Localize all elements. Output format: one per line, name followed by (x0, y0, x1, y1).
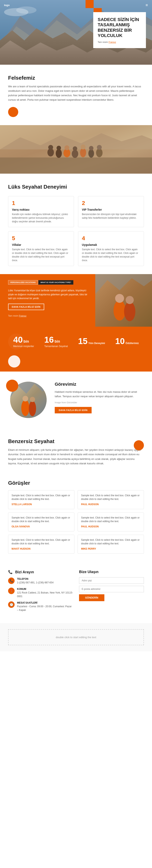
personalized-cta-button[interactable]: DAHA FAZLA BİLGİ EDİN (8, 304, 44, 310)
hamburger-icon[interactable]: ≡ (146, 3, 148, 7)
philosophy-orange-circle (8, 107, 18, 117)
philosophy-section: Felsefemiz We are a team of tourist spec… (0, 65, 152, 125)
luxury-card-text-1: Kendin için neden olduğunu bölmek istiyo… (12, 213, 70, 223)
unique-text: Etiam et minimum aliquam; çok fazla yola… (8, 448, 144, 466)
reviewer-name-4: PAUL HUDSON (81, 525, 141, 528)
hours-row: 🕐 MESAİ SAATLERİ Pazartesi - Cuma: 09:00… (8, 601, 73, 612)
hero-link[interactable]: Fransız (109, 41, 116, 43)
svg-rect-10 (0, 157, 152, 174)
address-icon-circle: 📍 (8, 588, 15, 594)
philosophy-text: We are a team of tourist specialists pas… (8, 84, 144, 102)
svg-point-36 (30, 397, 35, 402)
hero-text-box: SADECE SİZİN İÇİN TASARLANMIŞ BENZERSİZ … (93, 12, 146, 48)
personalized-right-image (95, 274, 152, 328)
reviews-title: Görüşler (8, 480, 144, 486)
personalized-link[interactable]: Fransız (19, 314, 27, 317)
hours-info: MESAİ SAATLERİ Pazartesi - Cuma: 09:00 -… (17, 601, 73, 612)
address-value: 121 Rock Caldesi, 21 Buloan, New York, N… (17, 591, 73, 598)
contact-right-panel: Bize Ulaşın GÖNDERİN (79, 570, 144, 615)
reviewer-name-3: OLGA IVANOVA (11, 525, 71, 528)
unique-section: Benzersiz Seyahat Etiam et minimum aliqu… (0, 428, 152, 476)
contact-email-input[interactable] (79, 586, 144, 592)
contact-right-title: Bize Ulaşın (79, 570, 144, 574)
luxury-card-title-4: Uygulamak (82, 243, 140, 246)
stat-item-3: 15 Yılın Deneyimi (78, 337, 105, 346)
luxury-number-2: 2 (82, 200, 140, 207)
luxury-grid: 1 Varış noktası Kendin için neden olduğu… (8, 196, 144, 266)
stat-number-2: 16 (44, 336, 54, 344)
mission-cta-button[interactable]: DAHA FAZLA BİLGİ EDİN (55, 407, 92, 413)
phone-icon-circle: 📞 (8, 578, 15, 584)
stat-number-3: 15 (78, 337, 87, 345)
luxury-title: Lüks Seyahat Deneyimi (8, 184, 144, 190)
review-card-5: Sample text. Click to select the text bo… (8, 535, 74, 554)
luxury-card-text-5: Sample text. Click to select the text bo… (12, 248, 70, 262)
hero-link-prefix: Tam resim (98, 41, 109, 43)
contact-left-title-text: Bizi Arayın (15, 570, 34, 574)
svg-point-16 (65, 145, 69, 150)
nav-bar: logo ≡ (0, 0, 152, 10)
personalized-tab-1[interactable]: PERSONALIZED VACATIONS (8, 280, 38, 285)
personalized-body-text: Lüks Yunanistan'da köye üzat tarifinde k… (8, 289, 89, 300)
mission-title: Görevimiz (55, 382, 144, 387)
personalized-link-prefix: Tam resim (8, 314, 19, 317)
luxury-card-title-2: VIP Transferler (82, 208, 140, 211)
svg-point-27 (115, 294, 124, 303)
svg-point-29 (126, 296, 134, 304)
stat-unit-4: Ödüllerimiz (125, 342, 138, 345)
review-card-2: Sample text. Click to select the text bo… (78, 490, 144, 509)
contact-name-input[interactable] (79, 577, 144, 584)
stat-label-2: Tamamlanan Seyahat (44, 345, 68, 348)
svg-point-35 (29, 401, 36, 416)
svg-point-34 (23, 396, 28, 401)
stat-unit-3: Yılın Deneyimi (88, 342, 105, 345)
address-row: 📍 KONUM 121 Rock Caldesi, 21 Buloan, New… (8, 588, 73, 598)
luxury-card-2: 2 VIP Transferler Benzersizden bir dönüş… (78, 196, 144, 227)
review-card-3: Sample text. Click to select the text bo… (8, 513, 74, 531)
svg-point-20 (81, 145, 85, 149)
stats-circle-row (0, 355, 152, 372)
phone-label: TELEFON (17, 578, 53, 580)
phone-symbol: 📞 (10, 579, 13, 582)
hero-title: SADECE SİZİN İÇİN TASARLANMIŞ BENZERSİZ … (98, 17, 142, 38)
address-label: KONUM (17, 588, 73, 590)
contact-left-panel: 📞 Bizi Arayın 📞 TELEFON 1-(236)-567-891,… (8, 570, 73, 615)
unique-title: Benzersiz Seyahat (8, 438, 144, 444)
personalized-tabs: PERSONALIZED VACATIONS WHAT IS YOUR VACA… (8, 280, 89, 285)
philosophy-title: Felsefemiz (8, 75, 144, 81)
contact-send-button[interactable]: GÖNDERİN (79, 594, 104, 601)
phone-icon: 📞 (8, 570, 12, 574)
reviewer-name-5: MAKIT HUDSON (11, 548, 71, 550)
review-text-6: Sample text. Click to select the text bo… (81, 538, 141, 546)
stat-item-2: 16 bin Tamamlanan Seyahat (44, 336, 68, 348)
personalized-image-svg (95, 274, 152, 327)
edit-placeholder[interactable]: double click to start editing the text (8, 629, 144, 645)
logo: logo (4, 4, 9, 7)
mission-image-credit: Image from Görüntüler (55, 401, 144, 404)
stat-number-4: 10 (115, 337, 125, 345)
review-text-2: Sample text. Click to select the text bo… (81, 494, 141, 501)
svg-point-26 (113, 300, 126, 320)
review-card-1: Sample text. Click to select the text bo… (8, 490, 74, 509)
personalized-section: PERSONALIZED VACATIONS WHAT IS YOUR VACA… (0, 274, 152, 328)
reviewer-name-6: MIKE PERRY (81, 548, 141, 550)
clock-symbol: 🕐 (10, 603, 13, 606)
phone-row: 📞 TELEFON 1-(236)-567-891, 1-(236)-987-6… (8, 578, 73, 584)
svg-point-21 (88, 149, 94, 158)
stats-bottom-circle (8, 355, 20, 368)
group-photo-svg (0, 125, 152, 174)
svg-point-28 (124, 302, 135, 321)
luxury-card-text-4: Sample text. Click to select the text bo… (82, 248, 140, 262)
stat-unit-1: bin (24, 339, 29, 344)
personalized-tab-2[interactable]: WHAT IS YOUR VACATIONS TYPE? (38, 280, 73, 285)
luxury-card-title-5: Villalar (12, 243, 70, 246)
contact-section: 📞 Bizi Arayın 📞 TELEFON 1-(236)-567-891,… (0, 562, 152, 623)
review-text-3: Sample text. Click to select the text bo… (11, 516, 71, 523)
contact-left-title: 📞 Bizi Arayın (8, 570, 73, 574)
personalized-left-panel: PERSONALIZED VACATIONS WHAT IS YOUR VACA… (0, 274, 95, 328)
editable-text-area[interactable]: double click to start editing the text (0, 623, 152, 651)
hero-link-row: Tam resim Fransız (98, 41, 142, 43)
stat-unit-2: bin (54, 339, 60, 344)
reviews-section: Görüşler Sample text. Click to select th… (0, 476, 152, 562)
svg-point-24 (97, 145, 102, 150)
